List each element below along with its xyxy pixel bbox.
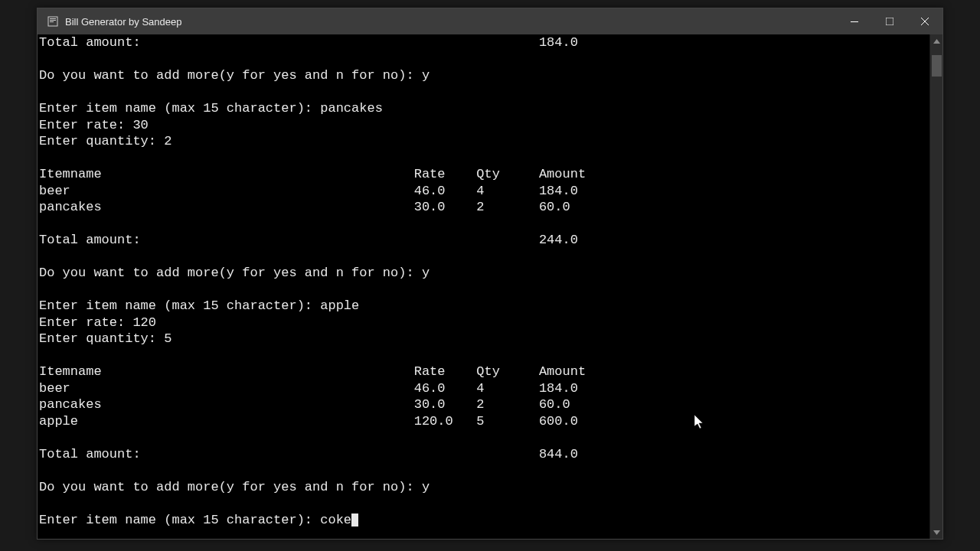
console-line: Enter quantity: 5: [39, 331, 929, 347]
content-wrapper: Total amount: 184.0 Do you want to add m…: [38, 34, 942, 539]
svg-rect-5: [886, 18, 893, 25]
console-line: Enter rate: 120: [39, 315, 929, 331]
console-line: [39, 462, 929, 479]
minimize-button[interactable]: [837, 8, 872, 34]
close-button[interactable]: [907, 8, 942, 34]
scroll-down-arrow[interactable]: [930, 526, 943, 539]
app-window: Bill Generator by Sandeep Total amount: …: [37, 8, 943, 540]
console-line: pancakes 30.0 2 60.0: [39, 199, 929, 216]
console-line: [39, 216, 929, 233]
svg-rect-1: [50, 18, 56, 19]
text-cursor: [351, 514, 358, 527]
console-line: beer 46.0 4 184.0: [39, 380, 929, 397]
svg-rect-3: [50, 21, 54, 22]
console-line: [39, 150, 929, 167]
scroll-up-arrow[interactable]: [930, 34, 943, 47]
console-line: Total amount: 844.0: [39, 446, 929, 463]
console-line: [39, 495, 929, 512]
console-output[interactable]: Total amount: 184.0 Do you want to add m…: [38, 34, 929, 539]
console-line: Enter item name (max 15 character): panc…: [39, 100, 929, 117]
window-controls: [837, 8, 942, 34]
scrollbar-track[interactable]: [930, 47, 942, 526]
console-line: Itemname Rate Qty Amount: [39, 364, 929, 380]
console-line: Enter quantity: 2: [39, 133, 929, 150]
console-line: [39, 429, 929, 446]
window-title: Bill Generator by Sandeep: [65, 16, 837, 28]
console-line: Enter item name (max 15 character): appl…: [39, 298, 929, 315]
console-line: Do you want to add more(y for yes and n …: [39, 265, 929, 282]
console-line: Itemname Rate Qty Amount: [39, 166, 929, 183]
console-line: Do you want to add more(y for yes and n …: [39, 67, 929, 84]
console-line: Total amount: 244.0: [39, 232, 929, 249]
console-line: Enter rate: 30: [39, 117, 929, 134]
titlebar[interactable]: Bill Generator by Sandeep: [38, 8, 942, 34]
console-line: pancakes 30.0 2 60.0: [39, 396, 929, 413]
console-line: Total amount: 184.0: [39, 34, 929, 51]
svg-rect-2: [50, 20, 56, 21]
console-line: [39, 282, 929, 298]
console-line: [39, 347, 929, 364]
console-line: [39, 249, 929, 266]
console-line: beer 46.0 4 184.0: [39, 183, 929, 200]
console-input-line[interactable]: Enter item name (max 15 character): coke: [39, 512, 929, 529]
app-icon: [47, 15, 59, 28]
console-line: [39, 84, 929, 101]
svg-rect-4: [851, 21, 858, 22]
console-line: [39, 51, 929, 68]
console-line: apple 120.0 5 600.0: [39, 413, 929, 430]
maximize-button[interactable]: [872, 8, 907, 34]
scrollbar-thumb[interactable]: [932, 55, 942, 77]
vertical-scrollbar[interactable]: [929, 34, 942, 539]
console-line: Do you want to add more(y for yes and n …: [39, 479, 929, 496]
